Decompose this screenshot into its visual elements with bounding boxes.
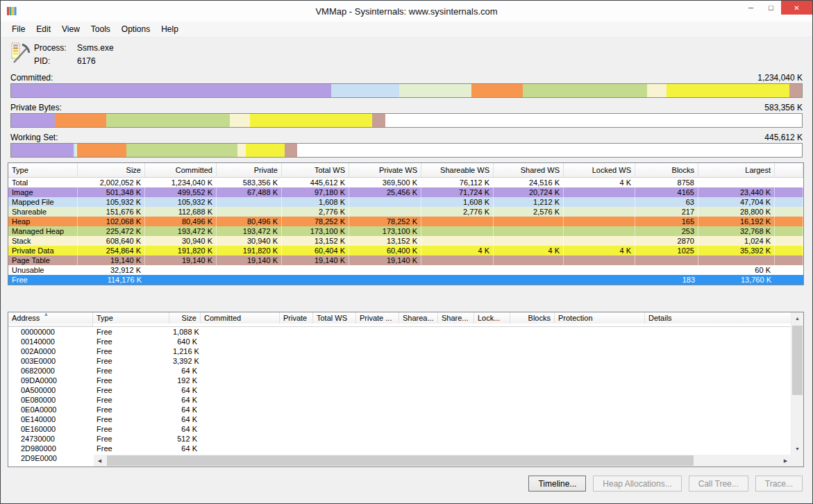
summary-row-heap[interactable]: Heap102,068 K80,496 K80,496 K78,252 K78,… xyxy=(8,217,803,226)
cell-empty xyxy=(438,444,474,453)
menu-options[interactable]: Options xyxy=(116,23,156,35)
detail-row-00140000[interactable]: 00140000Free640 K xyxy=(8,337,791,346)
detail-row-00000000[interactable]: 00000000Free1,088 K xyxy=(8,327,791,337)
detail-header-type[interactable]: Type xyxy=(93,312,169,324)
cell: 173,100 K xyxy=(282,226,349,236)
summary-header-committed[interactable]: Committed xyxy=(145,163,217,177)
detail-row-0E080000[interactable]: 0E080000Free64 K xyxy=(8,395,791,405)
summary-header-largest[interactable]: Largest xyxy=(698,163,775,177)
summary-header-shared-ws[interactable]: Shared WS xyxy=(494,163,564,177)
scroll-right-icon[interactable] xyxy=(780,455,791,467)
scroll-down-icon[interactable] xyxy=(791,443,803,455)
summary-row-private-data[interactable]: Private Data254,864 K191,820 K191,820 K6… xyxy=(8,246,803,255)
summary-header-private[interactable]: Private xyxy=(217,163,282,177)
cell-empty xyxy=(474,424,510,434)
process-info: Process: Ssms.exe PID: 6176 xyxy=(34,43,114,66)
summary-header-total-ws[interactable]: Total WS xyxy=(282,163,349,177)
minimize-button[interactable]: ─ xyxy=(741,1,761,15)
detail-header-size[interactable]: Size xyxy=(169,312,201,324)
summary-row-mapped-file[interactable]: Mapped File105,932 K105,932 K1,608 K1,60… xyxy=(8,197,803,207)
cell-type: Unusable xyxy=(8,265,78,275)
cell-filler xyxy=(775,265,803,275)
detail-row-0E0A0000[interactable]: 0E0A0000Free64 K xyxy=(8,405,791,414)
detail-row-003E0000[interactable]: 003E0000Free3,392 K xyxy=(8,356,791,366)
segment-private-data xyxy=(246,144,285,157)
horizontal-scrollbar[interactable] xyxy=(94,455,791,467)
cell: 193,472 K xyxy=(145,226,217,236)
menu-edit[interactable]: Edit xyxy=(31,23,56,35)
horizontal-scroll-track[interactable] xyxy=(106,455,780,467)
detail-header-private[interactable]: Private xyxy=(280,312,313,324)
close-button[interactable]: ✕ xyxy=(781,1,812,15)
detail-header-lock[interactable]: Lock... xyxy=(474,312,510,324)
detail-header-share[interactable]: Share... xyxy=(438,312,474,324)
detail-header-total-ws[interactable]: Total WS xyxy=(313,312,356,324)
cell-address: 0E080000 xyxy=(8,395,93,405)
scroll-up-icon[interactable] xyxy=(791,312,803,324)
maximize-button[interactable]: □ xyxy=(761,1,781,15)
menu-help[interactable]: Help xyxy=(156,23,184,35)
summary-row-stack[interactable]: Stack608,640 K30,940 K30,940 K13,152 K13… xyxy=(8,236,803,246)
horizontal-scroll-thumb[interactable] xyxy=(107,455,694,466)
menu-file[interactable]: File xyxy=(6,23,31,35)
cell: 608,640 K xyxy=(78,236,145,246)
cell: 13,152 K xyxy=(349,236,421,246)
detail-row-0E140000[interactable]: 0E140000Free64 K xyxy=(8,414,791,424)
summary-row-image[interactable]: Image501,348 K499,552 K67,488 K97,180 K2… xyxy=(8,187,803,197)
cell: 78,252 K xyxy=(349,217,421,226)
detail-row-2D980000[interactable]: 2D980000Free64 K xyxy=(8,444,791,453)
summary-row-free[interactable]: Free114,176 K18313,760 K xyxy=(8,275,803,285)
summary-row-managed-heap[interactable]: Managed Heap225,472 K193,472 K193,472 K1… xyxy=(8,226,803,236)
cell: 4 K xyxy=(564,246,635,255)
summary-header-shareable-ws[interactable]: Shareable WS xyxy=(421,163,494,177)
detail-row-0A500000[interactable]: 0A500000Free64 K xyxy=(8,385,791,395)
summary-header-private-ws[interactable]: Private WS xyxy=(349,163,421,177)
summary-row-page-table[interactable]: Page Table19,140 K19,140 K19,140 K19,140… xyxy=(8,255,803,265)
detail-header-private[interactable]: Private ... xyxy=(356,312,399,324)
menu-view[interactable]: View xyxy=(56,23,85,35)
cell: 13,760 K xyxy=(698,275,775,285)
summary-row-shareable[interactable]: Shareable151,676 K112,688 K2,776 K2,776 … xyxy=(8,207,803,217)
summary-header-type[interactable]: Type xyxy=(8,163,78,177)
segment-mapped-file xyxy=(331,84,399,97)
scrollbar-corner xyxy=(791,455,803,467)
detail-row-24730000[interactable]: 24730000Free512 K xyxy=(8,434,791,444)
vertical-scroll-thumb[interactable] xyxy=(792,326,803,395)
detail-header-protection[interactable]: Protection xyxy=(555,312,645,324)
summary-header-locked-ws[interactable]: Locked WS xyxy=(564,163,635,177)
scroll-left-icon[interactable] xyxy=(94,455,106,467)
cell: 23,440 K xyxy=(698,187,775,197)
timeline-button[interactable]: Timeline... xyxy=(528,476,586,492)
cell xyxy=(564,226,635,236)
detail-row-09DA0000[interactable]: 09DA0000Free192 K xyxy=(8,376,791,385)
cell-size: 640 K xyxy=(169,337,201,346)
detail-row-06820000[interactable]: 06820000Free64 K xyxy=(8,366,791,376)
cell-empty xyxy=(356,424,399,434)
summary-header-size[interactable]: Size xyxy=(78,163,145,177)
detail-header-committed[interactable]: Committed xyxy=(201,312,280,324)
cell-empty xyxy=(555,414,645,424)
detail-header-sharea[interactable]: Sharea... xyxy=(399,312,438,324)
summary-row-total[interactable]: Total2,002,052 K1,234,040 K583,356 K445,… xyxy=(8,178,803,187)
cell-empty xyxy=(356,337,399,346)
cell: 19,140 K xyxy=(145,255,217,265)
detail-header-blocks[interactable]: Blocks xyxy=(510,312,555,324)
detail-header-address[interactable]: Address xyxy=(8,312,93,324)
menu-bar: FileEditViewToolsOptionsHelp xyxy=(1,22,812,37)
cell-empty xyxy=(201,337,280,346)
window-controls: ─ □ ✕ xyxy=(741,1,812,15)
summary-header-blocks[interactable]: Blocks xyxy=(635,163,698,177)
cell: 165 xyxy=(635,217,698,226)
menu-tools[interactable]: Tools xyxy=(85,23,116,35)
title-bar[interactable]: VMMap - Sysinternals: www.sysinternals.c… xyxy=(1,1,812,22)
cell-empty xyxy=(399,327,438,337)
detail-header-details[interactable]: Details xyxy=(645,312,791,324)
cell-empty xyxy=(313,395,356,405)
detail-row-002A0000[interactable]: 002A0000Free1,216 K xyxy=(8,346,791,356)
memory-bars: Committed: 1,234,040 K Private Bytes: 58… xyxy=(10,73,803,162)
vertical-scrollbar[interactable] xyxy=(791,312,803,455)
detail-row-0E160000[interactable]: 0E160000Free64 K xyxy=(8,424,791,434)
summary-row-unusable[interactable]: Unusable32,912 K60 K xyxy=(8,265,803,275)
cell-empty xyxy=(399,366,438,376)
cell xyxy=(349,207,421,217)
